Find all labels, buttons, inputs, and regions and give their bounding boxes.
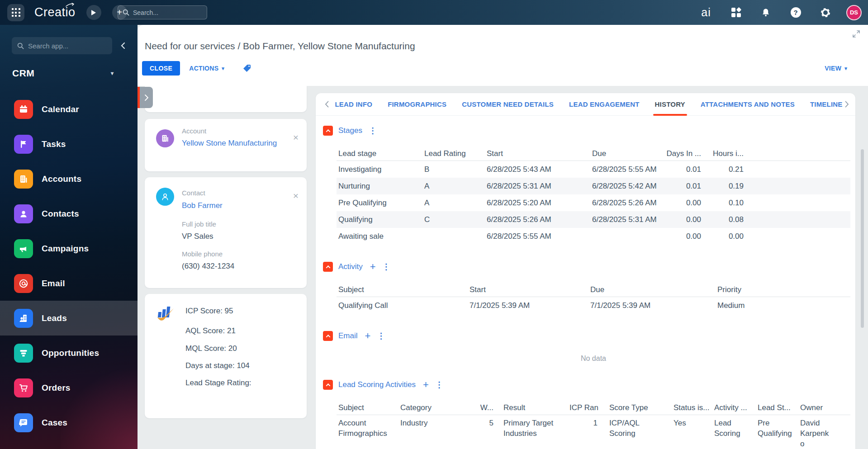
add-record-button[interactable]: + xyxy=(370,262,376,272)
collapse-section-button[interactable] xyxy=(323,126,333,136)
sidebar-item-email[interactable]: Email xyxy=(0,266,138,301)
column-header[interactable]: Start xyxy=(468,285,588,294)
column-header[interactable]: Category xyxy=(398,403,472,412)
column-header[interactable]: Result xyxy=(494,403,568,412)
view-button[interactable]: VIEW ▾ xyxy=(825,61,847,76)
sidebar-item-tasks[interactable]: Tasks xyxy=(0,127,138,161)
column-header[interactable]: Status is... xyxy=(662,403,712,412)
tab-customer-need-details[interactable]: CUSTOMER NEED DETAILS xyxy=(462,93,554,116)
email-empty-state: No data xyxy=(337,354,850,363)
lead-scoring-table: Subject Category W... Result ICP Ran... … xyxy=(337,401,850,449)
stages-section-header: Stages ⋮ xyxy=(323,125,377,136)
kebab-menu-icon[interactable]: ⋮ xyxy=(435,381,443,389)
sidebar-item-campaigns[interactable]: Campaigns xyxy=(0,231,138,266)
app-search-input[interactable] xyxy=(28,42,100,50)
close-button[interactable]: CLOSE xyxy=(142,61,180,76)
column-header[interactable]: Due xyxy=(590,149,663,158)
tab-timeline[interactable]: TIMELINE xyxy=(810,93,843,116)
column-header[interactable]: Lead St... xyxy=(756,403,798,412)
owner-link[interactable]: David Karpenko xyxy=(798,417,839,449)
account-link[interactable]: Yellow Stone Manufacturing xyxy=(182,139,277,148)
column-header[interactable]: Lead Rating xyxy=(422,149,485,158)
column-header[interactable]: W... xyxy=(472,403,494,412)
add-record-button[interactable]: + xyxy=(423,380,429,390)
tabs-scroll-left-button[interactable] xyxy=(322,93,331,116)
notifications-button[interactable] xyxy=(757,4,775,22)
column-header[interactable]: Owner xyxy=(798,403,839,412)
chevron-down-icon: ▾ xyxy=(111,70,114,76)
tab-attachments-and-notes[interactable]: ATTACHMENTS AND NOTES xyxy=(701,93,795,116)
help-icon: ? xyxy=(791,7,801,18)
creatio-logo: Creatio xyxy=(34,5,76,19)
sidebar-item-cases[interactable]: Cases xyxy=(0,405,138,440)
vertical-scrollbar[interactable] xyxy=(861,149,864,328)
account-card: Account Yellow Stone Manufacturing × xyxy=(145,119,307,171)
column-header[interactable]: Score Type xyxy=(598,403,662,412)
table-row[interactable]: Pre QualifyingA6/28/2025 5:20 AM6/28/202… xyxy=(337,194,850,211)
actions-button[interactable]: ACTIONS ▾ xyxy=(189,65,224,72)
column-header[interactable]: Subject xyxy=(337,403,398,412)
workplaces-icon xyxy=(731,8,741,17)
contact-link[interactable]: Bob Farmer xyxy=(182,201,223,210)
app-launcher-button[interactable] xyxy=(7,4,24,21)
global-search-input[interactable] xyxy=(133,9,201,16)
add-record-button[interactable]: + xyxy=(365,331,371,341)
sidebar-item-opportunities[interactable]: Opportunities xyxy=(0,336,138,370)
kebab-menu-icon[interactable]: ⋮ xyxy=(377,332,385,340)
activity-section-title[interactable]: Activity xyxy=(338,262,363,271)
settings-button[interactable] xyxy=(816,4,835,22)
sidebar-item-calendar[interactable]: Calendar xyxy=(0,92,138,127)
collapse-section-button[interactable] xyxy=(323,380,333,390)
ai-assistant-button[interactable]: ai xyxy=(697,4,715,22)
table-row[interactable]: NurturingA6/28/2025 5:31 AM6/28/2025 5:4… xyxy=(337,178,850,194)
column-header[interactable]: ICP Ran... xyxy=(568,403,598,412)
collapse-section-button[interactable] xyxy=(323,331,333,341)
tags-button[interactable] xyxy=(241,62,253,75)
contact-label: Contact xyxy=(182,189,205,197)
expand-page-button[interactable] xyxy=(852,29,862,39)
column-header[interactable]: Hours i... xyxy=(702,149,745,158)
lead-scoring-section-title[interactable]: Lead Scoring Activities xyxy=(338,380,416,389)
workspace-selector[interactable]: CRM ▾ xyxy=(12,68,125,79)
info-panel-toggle[interactable] xyxy=(138,87,155,108)
sidebar: CRM ▾ Calendar Tasks Accounts xyxy=(0,25,138,449)
kebab-menu-icon[interactable]: ⋮ xyxy=(382,263,390,271)
table-row[interactable]: Awaiting sale6/28/2025 5:55 AM0.000.00 xyxy=(337,228,850,245)
collapse-section-button[interactable] xyxy=(323,262,333,272)
column-header[interactable]: Start xyxy=(485,149,590,158)
days-at-stage: Days at stage: 104 xyxy=(185,361,250,370)
column-header[interactable]: Subject xyxy=(337,285,468,294)
activity-subject-link[interactable]: Qualifying Call xyxy=(337,301,468,310)
kebab-menu-icon[interactable]: ⋮ xyxy=(369,127,377,135)
workplaces-button[interactable] xyxy=(727,4,745,22)
table-row[interactable]: InvestigatingB6/28/2025 5:43 AM6/28/2025… xyxy=(337,161,850,178)
table-row[interactable]: QualifyingC6/28/2025 5:26 AM6/28/2025 5:… xyxy=(337,211,850,228)
global-search xyxy=(118,5,207,19)
tab-lead-info[interactable]: LEAD INFO xyxy=(335,93,372,116)
column-header[interactable]: Activity ... xyxy=(712,403,756,412)
close-icon[interactable]: × xyxy=(293,191,299,200)
help-button[interactable]: ? xyxy=(787,4,805,22)
column-header[interactable]: Due xyxy=(588,285,716,294)
person-icon xyxy=(14,204,33,223)
column-header[interactable]: Days In ... xyxy=(663,149,702,158)
email-section-title[interactable]: Email xyxy=(338,331,358,340)
table-row[interactable]: Qualifying Call 7/1/2025 5:39 AM 7/1/202… xyxy=(337,297,850,314)
tab-firmographics[interactable]: FIRMOGRAPHICS xyxy=(388,93,446,116)
column-header[interactable]: Priority xyxy=(716,285,806,294)
user-avatar[interactable]: DS xyxy=(846,5,862,20)
scoring-subject-link[interactable]: Account Firmographics xyxy=(337,417,398,439)
run-process-button[interactable] xyxy=(86,5,101,20)
sidebar-item-contacts[interactable]: Contacts xyxy=(0,196,138,231)
column-header[interactable]: Lead stage xyxy=(337,149,422,158)
tab-lead-engagement[interactable]: LEAD ENGAGEMENT xyxy=(569,93,640,116)
sidebar-collapse-button[interactable] xyxy=(118,40,128,51)
close-icon[interactable]: × xyxy=(293,132,299,142)
sidebar-item-orders[interactable]: Orders xyxy=(0,370,138,405)
table-row[interactable]: Account Firmographics Industry 5 Primary… xyxy=(337,417,850,449)
tabs-scroll-right-button[interactable] xyxy=(843,93,852,116)
stages-section-title[interactable]: Stages xyxy=(338,126,362,135)
sidebar-item-leads[interactable]: Leads xyxy=(0,301,138,336)
sidebar-item-accounts[interactable]: Accounts xyxy=(0,161,138,196)
tab-history[interactable]: HISTORY xyxy=(655,93,685,116)
